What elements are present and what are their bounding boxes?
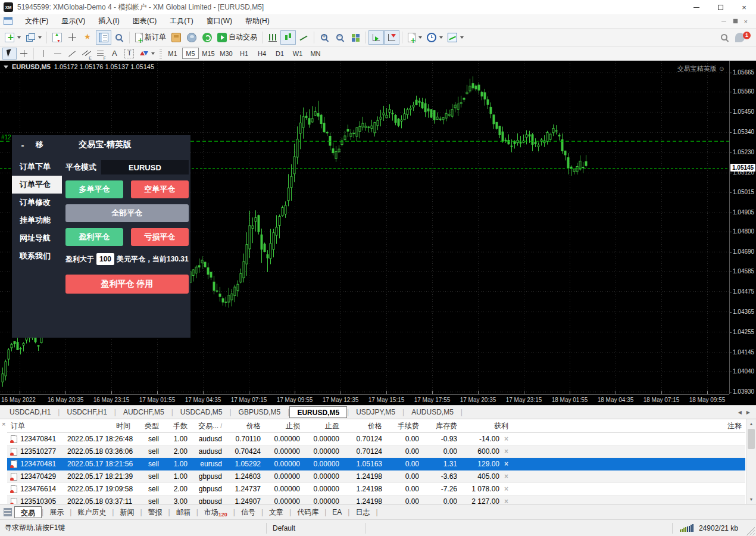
table-row[interactable]: 1235102772022.05.18 03:36:06sell2.00audu… — [7, 445, 745, 458]
chart-tab-usdcad-m5[interactable]: USDCAD,M5 — [173, 406, 230, 418]
column-header[interactable]: 时间 — [64, 421, 134, 431]
close-short-button[interactable]: 空单平仓 — [131, 180, 189, 198]
column-header[interactable]: 价格 — [226, 421, 264, 431]
close-position-icon[interactable]: × — [504, 472, 508, 481]
chart-bars-button[interactable] — [265, 30, 280, 45]
column-header[interactable]: 手数 — [163, 421, 191, 431]
new-order-button[interactable]: 新订单 — [132, 30, 168, 45]
tab-scroll-right-icon[interactable]: ▶ — [746, 410, 750, 415]
timeframe-h4[interactable]: H4 — [254, 48, 270, 59]
auto-scroll-button[interactable] — [368, 30, 384, 45]
search-button[interactable] — [717, 30, 732, 45]
chart-tab-gbpusd-m5[interactable]: GBPUSD,M5 — [232, 406, 288, 418]
periods-button[interactable] — [424, 30, 445, 45]
column-header[interactable]: 止损 — [264, 421, 304, 431]
bottom-tab-警报[interactable]: 警报 — [142, 506, 168, 518]
column-header[interactable]: 止盈 — [304, 421, 343, 431]
panel-collapse-button[interactable]: - — [18, 140, 27, 150]
vline-button[interactable] — [36, 48, 51, 60]
column-header[interactable]: 手续费 — [386, 421, 423, 431]
panel-menu-item-1[interactable]: 订单平仓 — [12, 176, 62, 194]
close-position-icon[interactable]: × — [504, 485, 508, 493]
chart-tab-usdjpy-m5[interactable]: USDJPY,M5 — [349, 406, 402, 418]
crosshair-button[interactable] — [17, 48, 31, 60]
maximize-button[interactable] — [708, 0, 732, 14]
chart-tab-audchf-m5[interactable]: AUDCHF,M5 — [116, 406, 171, 418]
profit-threshold-input[interactable] — [96, 253, 114, 265]
timeframe-m15[interactable]: M15 — [200, 48, 217, 59]
timeframe-m30[interactable]: M30 — [218, 48, 235, 59]
bottom-tab-ea[interactable]: EA — [326, 506, 348, 518]
chart-line-button[interactable] — [296, 30, 311, 45]
text-button[interactable] — [108, 48, 122, 60]
close-position-icon[interactable]: × — [504, 447, 508, 456]
chart-tab-audusd-m5[interactable]: AUDUSD,M5 — [404, 406, 461, 418]
experts-button[interactable] — [184, 30, 199, 45]
bottom-tab-代码库[interactable]: 代码库 — [291, 506, 324, 518]
menu-charts[interactable]: 图表(C) — [126, 14, 164, 28]
profiles-button[interactable] — [23, 30, 44, 45]
close-position-icon[interactable]: × — [504, 460, 508, 468]
zoom-out-button[interactable]: − — [332, 30, 348, 45]
scroll-down-icon[interactable]: ▼ — [746, 495, 756, 504]
menu-file[interactable]: 文件(F) — [18, 14, 55, 28]
close-mode-value[interactable]: EURUSD — [101, 160, 189, 174]
arrows-button[interactable] — [136, 48, 157, 60]
timeframe-d1[interactable]: D1 — [271, 48, 288, 59]
timeframe-h1[interactable]: H1 — [236, 48, 252, 59]
panel-menu-item-5[interactable]: 联系我们 — [12, 247, 62, 265]
price-axis[interactable]: 1.056651.055601.054501.053401.052301.051… — [729, 61, 756, 394]
chart-symbol-line[interactable]: EURUSD,M5 1.05172 1.05176 1.05137 1.0514… — [4, 63, 154, 70]
mdi-minimize-icon[interactable] — [721, 21, 726, 21]
chart-shift-button[interactable] — [384, 30, 399, 45]
timeframe-mn[interactable]: MN — [307, 48, 324, 59]
scroll-thumb[interactable] — [748, 429, 755, 449]
column-header[interactable]: 订单 — [7, 421, 64, 431]
templates-button[interactable] — [445, 30, 466, 45]
column-header[interactable]: 交易.../ — [191, 421, 226, 431]
close-position-icon[interactable]: × — [504, 497, 508, 504]
notifications-button[interactable]: 1 — [732, 30, 748, 45]
mdi-close-icon[interactable]: × — [744, 18, 748, 25]
tile-windows-button[interactable] — [348, 30, 363, 45]
autotrading-button[interactable]: 自动交易 — [215, 30, 260, 45]
panel-menu-item-4[interactable]: 网址导航 — [12, 229, 62, 247]
column-header[interactable]: 注释 — [512, 421, 745, 431]
market-watch-button[interactable] — [49, 30, 65, 45]
chart-candles-button[interactable] — [280, 30, 296, 45]
chart-tab-usdchf-h1[interactable]: USDCHF,H1 — [60, 406, 114, 418]
scroll-up-icon[interactable]: ▲ — [746, 419, 756, 428]
column-header[interactable]: 价格 — [343, 421, 386, 431]
chart-tab-usdcad-h1[interactable]: USDCAD,H1 — [2, 406, 58, 418]
new-chart-button[interactable] — [2, 30, 23, 45]
table-row[interactable]: 1234704292022.05.17 18:21:39sell1.00gbpu… — [7, 470, 745, 483]
terminal-close-icon[interactable]: × — [2, 420, 5, 428]
channel-button[interactable] — [79, 48, 93, 60]
bottom-tab-市场[interactable]: 市场120 — [198, 506, 233, 518]
panel-menu-item-0[interactable]: 订单下单 — [12, 158, 62, 176]
menu-window[interactable]: 窗口(W) — [200, 14, 239, 28]
timeframe-m1[interactable]: M1 — [164, 48, 181, 59]
column-header[interactable]: 类型 — [134, 421, 163, 431]
chart-tab-eurusd-m5[interactable]: EURUSD,M5 — [289, 406, 347, 418]
close-profit-button[interactable]: 盈利平仓 — [65, 228, 123, 246]
terminal-scrollbar[interactable]: ▲ ▼ — [746, 419, 756, 504]
bottom-tab-邮箱[interactable]: 邮箱 — [170, 506, 196, 518]
close-all-button[interactable]: 全部平仓 — [65, 204, 189, 222]
table-row[interactable]: 1234766142022.05.17 19:09:58sell2.00gbpu… — [7, 483, 745, 496]
terminal-panel-button[interactable] — [96, 30, 111, 45]
bottom-tab-信号[interactable]: 信号 — [235, 506, 261, 518]
cursor-button[interactable] — [2, 48, 17, 60]
time-axis[interactable]: 16 May 202216 May 20:3516 May 23:1517 Ma… — [0, 394, 729, 405]
panel-move-handle[interactable]: 移 — [36, 139, 43, 150]
bottom-tab-交易[interactable]: 交易 — [14, 506, 42, 518]
zoom-in-button[interactable]: + — [317, 30, 332, 45]
indicators-button[interactable] — [405, 30, 424, 45]
timeframe-w1[interactable]: W1 — [289, 48, 306, 59]
column-header[interactable]: 获利 — [461, 421, 512, 431]
tab-scroll-left-icon[interactable]: ◀ — [738, 410, 742, 415]
close-button[interactable]: × — [732, 0, 756, 14]
fibonacci-button[interactable] — [93, 48, 108, 60]
profit-close-toggle-button[interactable]: 盈利平仓 停用 — [65, 275, 189, 294]
metaeditor-button[interactable] — [168, 30, 184, 45]
